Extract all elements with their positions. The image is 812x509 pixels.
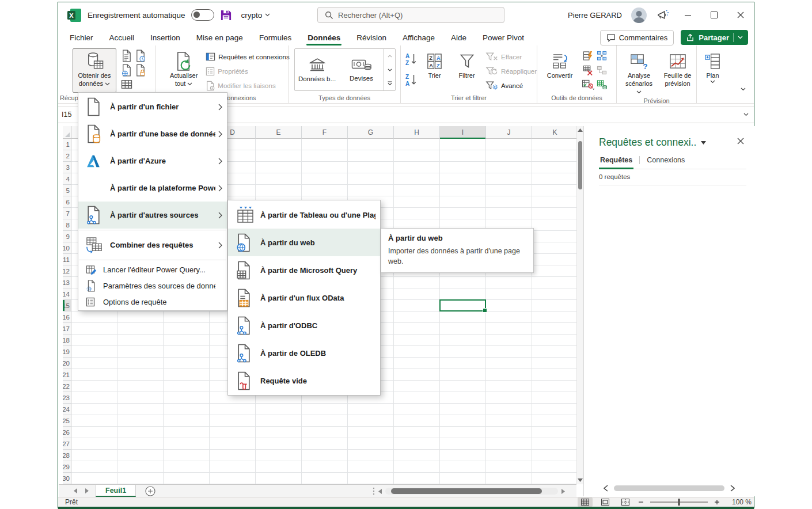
avatar[interactable] — [631, 7, 647, 23]
user-name[interactable]: Pierre GERARD — [568, 11, 622, 20]
currency-data-type[interactable]: Devises — [339, 49, 384, 90]
megaphone-icon[interactable] — [656, 6, 670, 24]
from-web-button[interactable] — [122, 64, 132, 77]
row-header-9[interactable]: 9 — [63, 231, 71, 242]
normal-view-button[interactable] — [578, 497, 593, 507]
zoom-slider[interactable] — [650, 502, 708, 503]
scroll-left-arrow[interactable] — [378, 489, 382, 494]
row-header-7[interactable]: 7 — [63, 208, 71, 219]
horizontal-scroll-thumb[interactable] — [391, 488, 542, 494]
next-sheet-button[interactable] — [85, 488, 89, 493]
existing-connections-button[interactable] — [135, 64, 146, 77]
consolidate-button[interactable] — [597, 51, 607, 61]
column-header-g[interactable]: G — [348, 126, 394, 139]
data-validation-button[interactable] — [582, 79, 594, 90]
stocks-data-type[interactable]: Données b... — [295, 49, 339, 90]
edit-links-button[interactable]: Modifier les liaisons — [206, 78, 289, 93]
submenu-item-a-partir-de-microsoft-query[interactable]: À partir de Microsoft Query — [228, 256, 380, 284]
add-sheet-button[interactable] — [145, 485, 155, 497]
row-header-17[interactable]: 17 — [63, 323, 71, 335]
panel-menu-caret-icon[interactable] — [701, 141, 706, 145]
panel-tab-connexions[interactable]: Connexions — [646, 156, 686, 164]
comments-button[interactable]: Commentaires — [600, 30, 674, 45]
recent-sources-button[interactable] — [135, 50, 146, 62]
row-header-11[interactable]: 11 — [63, 254, 71, 265]
tab-aide[interactable]: Aide — [443, 29, 475, 45]
queries-connections-button[interactable]: Requêtes et connexions — [206, 50, 289, 64]
from-text-csv-button[interactable] — [122, 50, 132, 62]
column-header-e[interactable]: E — [256, 126, 302, 139]
row-header-12[interactable]: 12 — [63, 265, 71, 277]
submenu-item-a-partir-de-oledb[interactable]: À partir de OLEDB — [228, 339, 380, 367]
refresh-all-button[interactable]: Actualiser tout — [168, 48, 200, 93]
row-header-23[interactable]: 23 — [63, 392, 71, 404]
previous-sheet-button[interactable] — [74, 488, 77, 493]
row-header-1[interactable]: 1 — [63, 139, 71, 150]
document-name[interactable]: crypto — [241, 11, 271, 20]
close-button[interactable] — [732, 6, 749, 24]
minimize-button[interactable] — [679, 6, 696, 24]
row-header-24[interactable]: 24 — [63, 404, 71, 415]
submenu-item-a-partir-d-un-flux-odata[interactable]: À partir d'un flux OData — [228, 284, 380, 312]
gallery-up-button[interactable] — [384, 49, 395, 63]
flash-fill-button[interactable] — [583, 51, 593, 61]
data-model-button[interactable] — [597, 79, 607, 90]
row-header-15[interactable]: 15 — [63, 300, 71, 312]
zoom-slider-thumb[interactable] — [678, 499, 680, 506]
tab-mise-en-page[interactable]: Mise en page — [188, 29, 251, 45]
outline-button[interactable]: Plan — [697, 48, 728, 93]
menu-item-a-partir-d-une-base-de-donnees[interactable]: À partir d'une base de données — [78, 120, 227, 147]
sheet-tab-feuil1[interactable]: Feuil1 — [96, 485, 136, 497]
menu-item-a-partir-d-azure[interactable]: À partir d'Azure — [78, 147, 227, 174]
submenu-item-a-partir-d-odbc[interactable]: À partir d'ODBC — [228, 312, 380, 339]
properties-button[interactable]: Propriétés — [206, 64, 289, 78]
scrollbar-grip[interactable] — [373, 487, 375, 495]
submenu-item-a-partir-du-web[interactable]: À partir du web — [228, 229, 380, 256]
tab-donnees[interactable]: Données — [299, 29, 348, 45]
zoom-level[interactable]: 100 % — [725, 498, 754, 506]
expand-formula-bar-button[interactable] — [738, 107, 754, 123]
sort-az-button[interactable]: AZ — [405, 52, 418, 66]
maximize-button[interactable] — [705, 6, 723, 24]
menu-item-parametres-des-sources-de-donnees[interactable]: Paramètres des sources de données... — [78, 278, 227, 294]
row-header-21[interactable]: 21 — [63, 369, 71, 381]
collapse-ribbon-button[interactable] — [741, 88, 746, 91]
row-header-13[interactable]: 13 — [63, 277, 71, 288]
advanced-filter-button[interactable]: Avancé — [485, 78, 537, 93]
row-header-10[interactable]: 10 — [63, 242, 71, 254]
share-button[interactable]: Partager — [681, 30, 748, 45]
scroll-left-arrow[interactable] — [604, 485, 608, 492]
submenu-item-requete-vide[interactable]: Requête vide — [228, 367, 380, 394]
row-header-29[interactable]: 29 — [63, 461, 71, 473]
reapply-filter-button[interactable]: Réappliquer — [485, 64, 537, 78]
menu-item-a-partir-d-un-fichier[interactable]: À partir d'un fichier — [78, 93, 227, 120]
tab-affichage[interactable]: Affichage — [394, 29, 443, 45]
fill-handle[interactable] — [483, 308, 487, 313]
vertical-scrollbar[interactable] — [576, 126, 583, 484]
horizontal-scroll-track[interactable] — [385, 488, 558, 495]
row-header-8[interactable]: 8 — [63, 219, 71, 231]
tab-formules[interactable]: Formules — [251, 29, 299, 45]
gallery-more-button[interactable] — [384, 77, 395, 90]
tab-fichier[interactable]: Fichier — [62, 29, 101, 45]
row-header-25[interactable]: 25 — [63, 415, 71, 427]
tab-revision[interactable]: Révision — [348, 29, 394, 45]
column-header-i[interactable]: I — [440, 126, 486, 139]
row-header-19[interactable]: 19 — [63, 346, 71, 358]
save-icon[interactable] — [220, 9, 232, 21]
sort-button[interactable]: ZAAZ Trier — [421, 48, 448, 93]
scroll-up-arrow[interactable] — [577, 128, 583, 132]
vertical-scroll-thumb[interactable] — [578, 141, 582, 189]
menu-item-a-partir-de-la-plateforme-power[interactable]: À partir de la plateforme Power — [78, 174, 227, 202]
what-if-button[interactable]: ? Analyse scénarios — [620, 48, 658, 97]
row-header-20[interactable]: 20 — [63, 358, 71, 369]
menu-item-options-de-requete[interactable]: Options de requête — [78, 294, 227, 310]
row-header-28[interactable]: 28 — [63, 450, 71, 461]
menu-item-combiner-des-requetes[interactable]: Combiner des requêtes — [78, 231, 227, 259]
tab-insertion[interactable]: Insertion — [142, 29, 188, 45]
excel-logo-icon[interactable]: X — [67, 8, 82, 22]
row-header-27[interactable]: 27 — [63, 438, 71, 450]
row-header-18[interactable]: 18 — [63, 335, 71, 346]
column-header-j[interactable]: J — [486, 126, 532, 139]
scroll-right-arrow[interactable] — [730, 485, 735, 492]
